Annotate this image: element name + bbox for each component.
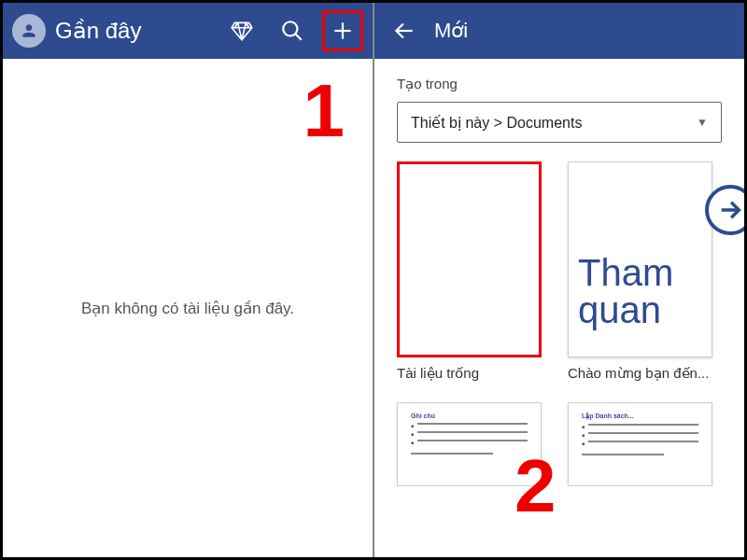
appbar-right: Mới [374, 3, 744, 59]
back-button[interactable] [384, 10, 425, 51]
tour-thumb-text: Tham quan [569, 254, 712, 329]
template-list[interactable]: Lập Danh sách... [568, 402, 712, 486]
diamond-icon [230, 19, 254, 43]
recent-screen: Gần đây Bạn không có tài liệu gần đây. 1 [3, 3, 373, 557]
annotation-step-1: 1 [303, 68, 345, 154]
back-arrow-icon [392, 19, 416, 43]
template-label: Tài liệu trống [397, 357, 542, 385]
svg-point-0 [283, 21, 297, 35]
new-document-button[interactable] [322, 10, 363, 51]
annotation-step-2: 2 [514, 443, 557, 529]
search-button[interactable] [272, 10, 313, 51]
person-icon [20, 21, 38, 40]
template-thumb-tour: Tham quan [568, 161, 712, 357]
search-icon [280, 19, 304, 43]
create-in-label: Tạo trong [374, 59, 744, 102]
mini-title: Lập Danh sách... [582, 413, 698, 420]
create-location-dropdown[interactable]: Thiết bị này > Documents ▼ [397, 102, 722, 143]
template-label: Chào mừng bạn đến... [568, 357, 712, 385]
page-title: Gần đây [55, 18, 212, 44]
new-document-screen: Mới Tạo trong Thiết bị này > Documents ▼… [373, 3, 744, 557]
profile-avatar[interactable] [12, 14, 46, 48]
template-grid: Tài liệu trống Tham quan Chào mừng bạn đ… [374, 161, 744, 385]
mini-title: Ghi chú [411, 413, 528, 419]
chevron-down-icon: ▼ [697, 116, 708, 129]
template-thumb-blank [397, 161, 542, 357]
arrow-right-icon [717, 197, 743, 223]
page-title: Mới [434, 19, 735, 43]
appbar-left: Gần đây [3, 3, 373, 59]
create-location-value: Thiết bị này > Documents [411, 114, 582, 132]
template-tour[interactable]: Tham quan Chào mừng bạn đến... [568, 161, 712, 385]
template-grid-row2: Ghi chú Lập Danh sách... [374, 402, 744, 486]
svg-line-1 [295, 34, 302, 40]
plus-icon [331, 19, 355, 43]
premium-button[interactable] [221, 10, 262, 51]
template-blank[interactable]: Tài liệu trống [397, 161, 542, 385]
